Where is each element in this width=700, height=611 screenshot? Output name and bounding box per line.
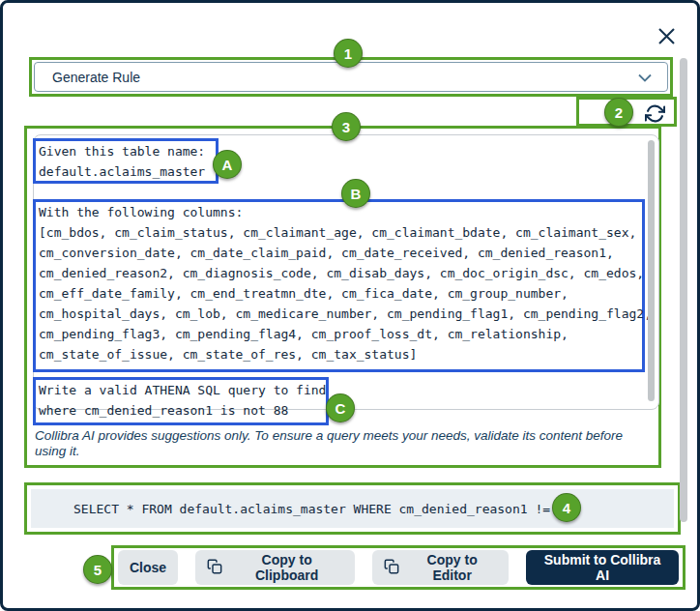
highlight-box-columns: With the following columns: [cm_bdos, cm… <box>33 199 645 372</box>
action-button-row: Close Copy to Clipboard <box>118 552 679 583</box>
close-button[interactable]: Close <box>118 550 178 585</box>
collibra-ai-dialog: Generate Rule 1 2 Given this table name:… <box>0 0 700 611</box>
annotation-badge-5: 5 <box>83 555 112 584</box>
dialog-scrollbar[interactable] <box>680 58 687 522</box>
prompt-scrollbar[interactable] <box>648 140 655 401</box>
annotation-badge-c: C <box>326 393 355 422</box>
prompt-table-name-text: Given this table name: default.aclaims_m… <box>36 141 216 182</box>
copy-to-editor-button[interactable]: Copy to Editor <box>372 550 509 585</box>
annotation-badge-3: 3 <box>332 112 361 141</box>
annotation-box-actions: Close Copy to Clipboard <box>111 545 685 590</box>
rule-type-selected-value: Generate Rule <box>52 70 638 85</box>
prompt-textarea[interactable]: Given this table name: default.aclaims_m… <box>33 134 659 410</box>
copy-to-clipboard-label: Copy to Clipboard <box>230 552 343 583</box>
annotation-badge-2: 2 <box>604 98 633 127</box>
prompt-columns-text: With the following columns: [cm_bdos, cm… <box>36 202 642 364</box>
highlight-box-query-request: Write a valid ATHENA SQL query to find w… <box>33 377 329 425</box>
close-icon[interactable] <box>654 23 679 48</box>
copy-to-clipboard-button[interactable]: Copy to Clipboard <box>195 550 355 585</box>
copy-icon <box>384 559 399 577</box>
submit-to-collibra-ai-button[interactable]: Submit to Collibra AI <box>526 550 679 585</box>
annotation-badge-1: 1 <box>334 39 363 68</box>
annotation-badge-a: A <box>213 150 242 179</box>
submit-button-label: Submit to Collibra AI <box>538 552 667 583</box>
highlight-box-table-name: Given this table name: default.aclaims_m… <box>33 138 219 184</box>
ai-disclaimer-text: Collibra AI provides suggestions only. T… <box>35 428 628 458</box>
annotation-box-sql-output: SELECT * FROM default.aclaims_master WHE… <box>24 482 681 535</box>
chevron-down-icon <box>638 69 652 86</box>
close-button-label: Close <box>130 560 166 575</box>
annotation-badge-b: B <box>341 179 370 208</box>
sql-output-text: SELECT * FROM default.aclaims_master WHE… <box>31 502 573 516</box>
refresh-icon[interactable] <box>642 102 667 125</box>
prompt-query-request-text: Write a valid ATHENA SQL query to find w… <box>36 380 326 421</box>
annotation-badge-4: 4 <box>552 493 581 522</box>
copy-icon <box>207 559 222 577</box>
copy-to-editor-label: Copy to Editor <box>407 552 497 583</box>
